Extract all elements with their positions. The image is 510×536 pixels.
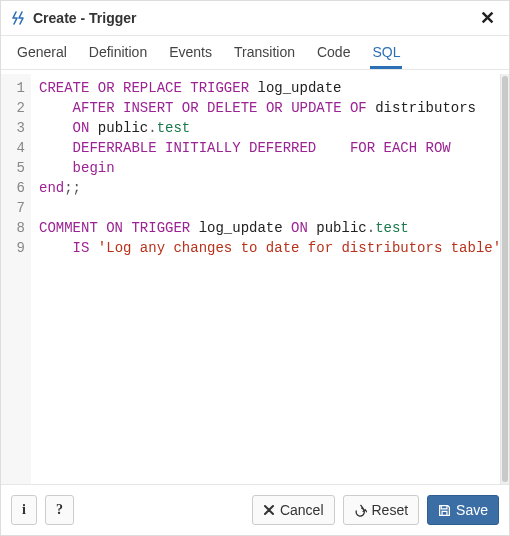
trigger-icon xyxy=(11,10,27,26)
code-line[interactable]: DEFERRABLE INITIALLY DEFERRED FOR EACH R… xyxy=(39,138,500,158)
code-line[interactable]: ON public.test xyxy=(39,118,500,138)
tabs: GeneralDefinitionEventsTransitionCodeSQL xyxy=(1,36,509,70)
code-line[interactable]: COMMENT ON TRIGGER log_update ON public.… xyxy=(39,218,500,238)
tab-definition[interactable]: Definition xyxy=(87,36,149,69)
line-number: 5 xyxy=(11,158,25,178)
sql-editor: 123456789 CREATE OR REPLACE TRIGGER log_… xyxy=(1,70,509,484)
line-number: 4 xyxy=(11,138,25,158)
dialog-footer: i ? Cancel Reset Save xyxy=(1,484,509,535)
save-button[interactable]: Save xyxy=(427,495,499,525)
dialog-title: Create - Trigger xyxy=(33,10,476,26)
scrollbar-thumb[interactable] xyxy=(502,76,508,482)
titlebar: Create - Trigger ✕ xyxy=(1,1,509,36)
tab-transition[interactable]: Transition xyxy=(232,36,297,69)
reset-label: Reset xyxy=(372,502,409,518)
line-number: 9 xyxy=(11,238,25,258)
line-gutter: 123456789 xyxy=(1,74,31,484)
tab-sql[interactable]: SQL xyxy=(370,36,402,69)
help-icon: ? xyxy=(56,502,63,518)
line-number: 1 xyxy=(11,78,25,98)
cancel-button[interactable]: Cancel xyxy=(252,495,335,525)
help-button[interactable]: ? xyxy=(45,495,74,525)
code-line[interactable]: begin xyxy=(39,158,500,178)
line-number: 6 xyxy=(11,178,25,198)
code-line[interactable]: end;; xyxy=(39,178,500,198)
line-number: 7 xyxy=(11,198,25,218)
save-icon xyxy=(438,504,451,517)
code-line[interactable]: AFTER INSERT OR DELETE OR UPDATE OF dist… xyxy=(39,98,500,118)
info-icon: i xyxy=(22,502,26,518)
code-content[interactable]: CREATE OR REPLACE TRIGGER log_update AFT… xyxy=(31,74,500,484)
tab-code[interactable]: Code xyxy=(315,36,352,69)
line-number: 3 xyxy=(11,118,25,138)
vertical-scrollbar[interactable] xyxy=(500,74,509,484)
recycle-icon xyxy=(354,504,367,517)
code-line[interactable]: CREATE OR REPLACE TRIGGER log_update xyxy=(39,78,500,98)
line-number: 2 xyxy=(11,98,25,118)
close-icon xyxy=(263,504,275,516)
info-button[interactable]: i xyxy=(11,495,37,525)
tab-general[interactable]: General xyxy=(15,36,69,69)
tab-events[interactable]: Events xyxy=(167,36,214,69)
code-viewer[interactable]: 123456789 CREATE OR REPLACE TRIGGER log_… xyxy=(1,74,500,484)
save-label: Save xyxy=(456,502,488,518)
cancel-label: Cancel xyxy=(280,502,324,518)
code-line[interactable] xyxy=(39,198,500,218)
line-number: 8 xyxy=(11,218,25,238)
reset-button[interactable]: Reset xyxy=(343,495,420,525)
close-icon[interactable]: ✕ xyxy=(476,7,499,29)
code-line[interactable]: IS 'Log any changes to date for distribu… xyxy=(39,238,500,258)
